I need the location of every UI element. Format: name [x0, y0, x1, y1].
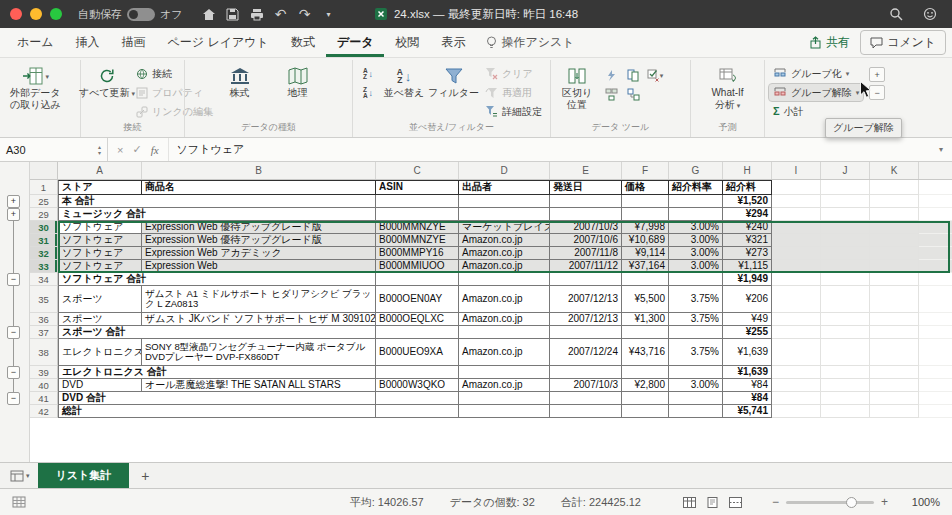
cell[interactable]: ¥206 [723, 286, 772, 313]
cell[interactable]: ¥273 [723, 247, 772, 260]
cell[interactable] [459, 326, 550, 339]
cell[interactable] [919, 392, 952, 405]
cell[interactable]: 2007/10/3 [550, 379, 622, 392]
cell[interactable] [870, 313, 919, 326]
cell[interactable] [669, 366, 723, 379]
cell[interactable] [772, 180, 821, 195]
col-header-J[interactable]: J [821, 162, 870, 179]
cell[interactable]: Expression Web 優待アップグレード版 [142, 234, 376, 247]
name-box[interactable]: A30 ▴▾ [0, 138, 108, 161]
get-external-data-button[interactable]: ▾ 外部データ の取り込み [6, 62, 65, 112]
cell[interactable] [772, 273, 821, 286]
cell[interactable] [772, 366, 821, 379]
cell[interactable] [459, 273, 550, 286]
cell[interactable]: 3.00% [669, 247, 723, 260]
cell[interactable]: スポーツ [58, 286, 142, 313]
col-header-G[interactable]: G [669, 162, 723, 179]
cell[interactable]: 3.75% [669, 313, 723, 326]
ungroup-button[interactable]: グループ解除▾ [769, 84, 863, 101]
cell[interactable] [622, 273, 669, 286]
cell[interactable]: エレクトロニクス 合計 [58, 366, 376, 379]
cell[interactable]: Amazon.co.jp [459, 247, 550, 260]
cell[interactable] [821, 379, 870, 392]
cell[interactable] [550, 366, 622, 379]
cell[interactable]: ¥1,300 [622, 313, 669, 326]
cell[interactable]: 2007/11/12 [550, 260, 622, 273]
cell[interactable] [870, 195, 919, 208]
cell[interactable]: ソフトウェア [58, 234, 142, 247]
cell[interactable]: ストア [58, 180, 142, 195]
cell[interactable]: スポーツ 合計 [58, 326, 376, 339]
tab-data[interactable]: データ [326, 28, 385, 57]
insert-function-icon[interactable]: fx [151, 144, 159, 156]
share-button[interactable]: 共有 [809, 34, 850, 51]
cell[interactable]: ザムスト A1 ミドルサポート ヒダリアシクビ ブラック L ZA0813 [142, 286, 376, 313]
cell[interactable] [821, 195, 870, 208]
cell[interactable]: オール悪魔総進撃! THE SATAN ALL STARS [142, 379, 376, 392]
cancel-entry-icon[interactable]: × [117, 144, 123, 156]
sort-button[interactable]: AZ↓ 並べ替え [382, 62, 426, 100]
cell[interactable] [870, 208, 919, 221]
flash-fill-button[interactable] [602, 67, 620, 83]
row-header-37[interactable]: 37 [30, 326, 58, 339]
row-header-34[interactable]: 34 [30, 273, 58, 286]
cell[interactable] [376, 405, 459, 418]
cell[interactable] [772, 260, 821, 273]
tab-home[interactable]: ホーム [6, 28, 65, 57]
relationships-button[interactable] [624, 86, 642, 102]
collapse-group-button[interactable]: − [7, 392, 20, 405]
cell[interactable]: 3.75% [669, 286, 723, 313]
cell[interactable] [550, 208, 622, 221]
undo-button[interactable]: ↶ [269, 4, 293, 24]
cell[interactable]: ¥240 [723, 221, 772, 234]
cell[interactable] [919, 286, 952, 313]
collapse-group-button[interactable]: − [7, 273, 20, 286]
cell[interactable]: ¥1,520 [723, 195, 772, 208]
tell-me-assistant[interactable]: 操作アシスト [476, 28, 584, 57]
cell[interactable] [772, 195, 821, 208]
row-header-38[interactable]: 38 [30, 339, 58, 366]
cell[interactable] [459, 392, 550, 405]
cell[interactable]: Expression Web 優待アップグレード版 [142, 221, 376, 234]
cell[interactable]: DVD [58, 379, 142, 392]
cell[interactable] [669, 208, 723, 221]
cell[interactable]: ¥2,800 [622, 379, 669, 392]
cell[interactable] [622, 326, 669, 339]
row-header-30[interactable]: 30 [30, 221, 58, 234]
cell[interactable]: ¥5,500 [622, 286, 669, 313]
row-header-39[interactable]: 39 [30, 366, 58, 379]
collapse-group-button[interactable]: − [7, 366, 20, 379]
cell[interactable] [550, 405, 622, 418]
cell[interactable] [772, 326, 821, 339]
cell[interactable] [622, 366, 669, 379]
cell[interactable] [870, 392, 919, 405]
advanced-filter-button[interactable]: 詳細設定 [481, 103, 546, 120]
cell[interactable]: エレクトロニクス [58, 339, 142, 366]
cell[interactable]: ¥255 [723, 326, 772, 339]
text-to-columns-button[interactable]: 区切り 位置 [555, 62, 599, 112]
cell[interactable] [919, 366, 952, 379]
cell[interactable] [919, 195, 952, 208]
cell[interactable] [550, 326, 622, 339]
cell[interactable]: ¥84 [723, 392, 772, 405]
cell[interactable] [919, 313, 952, 326]
cell[interactable] [376, 366, 459, 379]
cell[interactable]: Amazon.co.jp [459, 260, 550, 273]
cell[interactable]: ¥43,716 [622, 339, 669, 366]
cell[interactable] [821, 339, 870, 366]
row-header-36[interactable]: 36 [30, 313, 58, 326]
zoom-percentage[interactable]: 100% [904, 496, 940, 508]
cell[interactable] [870, 326, 919, 339]
cell[interactable]: 紹介料 [723, 180, 772, 195]
cell[interactable] [821, 405, 870, 418]
feedback-button[interactable] [918, 4, 942, 24]
cell[interactable] [376, 273, 459, 286]
row-header-35[interactable]: 35 [30, 286, 58, 313]
cell[interactable] [821, 208, 870, 221]
cell[interactable] [821, 392, 870, 405]
cell[interactable] [870, 221, 919, 234]
cell[interactable]: ¥7,998 [622, 221, 669, 234]
group-button[interactable]: グループ化▾ [769, 65, 863, 82]
cell[interactable]: Expression Web [142, 260, 376, 273]
zoom-out-button[interactable]: − [772, 496, 779, 508]
